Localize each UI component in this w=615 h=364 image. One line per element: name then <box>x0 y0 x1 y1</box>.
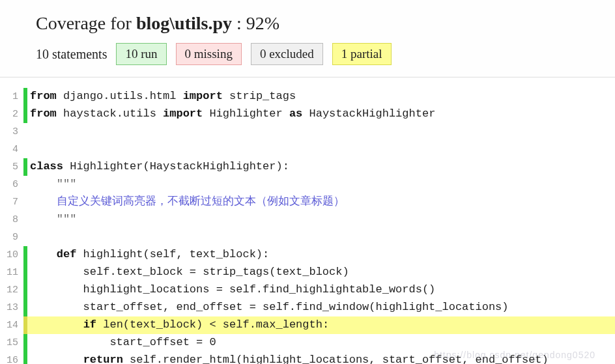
source-text: from haystack.utils import Highlighter a… <box>27 105 615 123</box>
page-title: Coverage for blog\utils.py : 92% <box>36 13 579 34</box>
source-text <box>27 141 615 158</box>
code-line: 13 start_offset, end_offset = self.find_… <box>0 299 615 316</box>
code-line: 10 def highlight(self, text_block): <box>0 246 615 264</box>
line-number[interactable]: 4 <box>0 141 23 158</box>
source-text: start_offset, end_offset = self.find_win… <box>27 299 615 316</box>
line-number[interactable]: 11 <box>0 264 23 281</box>
pill-excluded[interactable]: 0 excluded <box>251 43 323 65</box>
source-text <box>27 123 615 141</box>
code-line: 14 if len(text_block) < self.max_length: <box>0 316 615 334</box>
code-line: 8 """ <box>0 211 615 229</box>
line-number[interactable]: 10 <box>0 246 23 264</box>
code-line: 3 <box>0 123 615 141</box>
code-line: 1from django.utils.html import strip_tag… <box>0 88 615 105</box>
line-number[interactable]: 3 <box>0 123 23 141</box>
title-pct: 92% <box>246 13 279 33</box>
code-line: 5class Highlighter(HaystackHighlighter): <box>0 158 615 176</box>
source-text: if len(text_block) < self.max_length: <box>27 316 615 334</box>
code-line: 11 self.text_block = strip_tags(text_blo… <box>0 264 615 281</box>
title-file: blog\utils.py <box>136 13 232 33</box>
line-number[interactable]: 8 <box>0 211 23 229</box>
source-text: self.text_block = strip_tags(text_block) <box>27 264 615 281</box>
line-number[interactable]: 16 <box>0 352 23 364</box>
code-line: 9 <box>0 229 615 246</box>
line-number[interactable]: 5 <box>0 158 23 176</box>
line-number[interactable]: 14 <box>0 316 23 334</box>
coverage-header: Coverage for blog\utils.py : 92% 10 stat… <box>0 0 615 77</box>
watermark: https://blog.csdn.net/gendong0520 <box>434 350 595 360</box>
code-line: 6 """ <box>0 176 615 193</box>
source-text: """ <box>27 211 615 229</box>
source-text: from django.utils.html import strip_tags <box>27 88 615 105</box>
title-sep: : <box>232 13 246 33</box>
source-code: 1from django.utils.html import strip_tag… <box>0 77 615 364</box>
code-line: 4 <box>0 141 615 158</box>
line-number[interactable]: 15 <box>0 334 23 352</box>
line-number[interactable]: 7 <box>0 193 23 211</box>
line-number[interactable]: 9 <box>0 229 23 246</box>
line-number[interactable]: 1 <box>0 88 23 105</box>
title-prefix: Coverage for <box>36 13 136 33</box>
code-line: 12 highlight_locations = self.find_highl… <box>0 281 615 299</box>
line-number[interactable]: 6 <box>0 176 23 193</box>
code-line: 7 自定义关键词高亮器，不截断过短的文本（例如文章标题） <box>0 193 615 211</box>
code-line: 15 start_offset = 0 <box>0 334 615 352</box>
source-text: highlight_locations = self.find_highligh… <box>27 281 615 299</box>
source-text: 自定义关键词高亮器，不截断过短的文本（例如文章标题） <box>27 193 615 211</box>
statements-count: 10 statements <box>36 47 107 62</box>
source-text: """ <box>27 176 615 193</box>
pill-missing[interactable]: 0 missing <box>176 43 242 65</box>
pill-run[interactable]: 10 run <box>116 43 166 65</box>
source-text: start_offset = 0 <box>27 334 615 352</box>
source-text: def highlight(self, text_block): <box>27 246 615 264</box>
line-number[interactable]: 2 <box>0 105 23 123</box>
line-number[interactable]: 12 <box>0 281 23 299</box>
stats-row: 10 statements 10 run 0 missing 0 exclude… <box>36 43 579 65</box>
pill-partial[interactable]: 1 partial <box>332 43 392 65</box>
code-line: 2from haystack.utils import Highlighter … <box>0 105 615 123</box>
source-text <box>27 229 615 246</box>
line-number[interactable]: 13 <box>0 299 23 316</box>
source-text: class Highlighter(HaystackHighlighter): <box>27 158 615 176</box>
